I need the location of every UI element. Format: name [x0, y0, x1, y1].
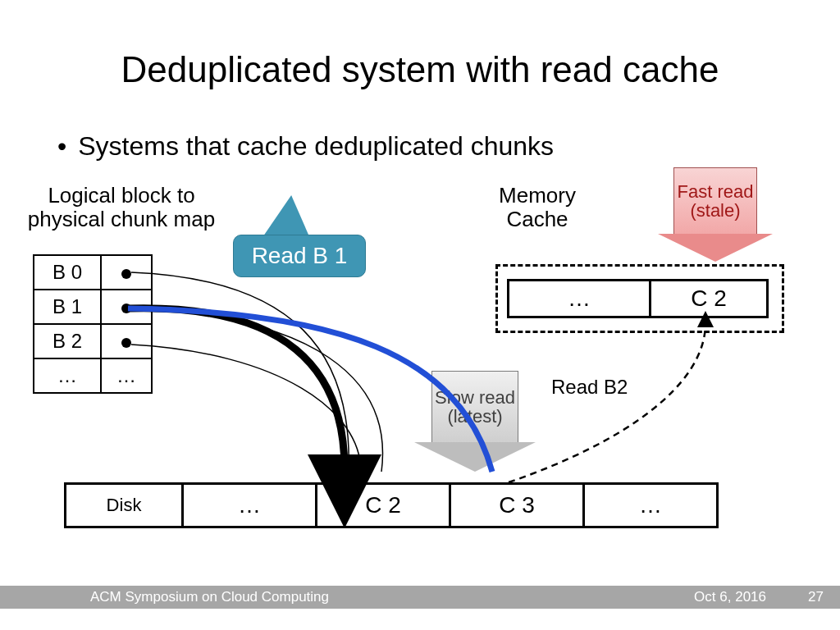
map-cell-more-b: …: [101, 358, 152, 393]
block-map-table: B 0 B 1 B 2 … …: [33, 254, 153, 394]
map-label: Logical block to physical chunk map: [23, 184, 220, 231]
dot-icon: [121, 338, 131, 348]
map-cell-b0: B 0: [34, 255, 101, 290]
map-cell-b1: B 1: [34, 290, 101, 324]
map-dot-0: [101, 255, 152, 290]
disk-cell-2: C 2: [315, 482, 449, 528]
footer-bar: ACM Symposium on Cloud Computing Oct 6, …: [0, 586, 840, 609]
disk-label: Disk: [64, 482, 181, 528]
slide-title: Deduplicated system with read cache: [0, 49, 840, 90]
callout-tail-icon: [263, 195, 324, 236]
cache-cell-1: …: [507, 279, 649, 318]
slow-read-label: Slow read (latest): [431, 371, 518, 442]
map-dot-2: [101, 324, 152, 358]
disk-cell-1: …: [181, 482, 315, 528]
arrow-head-icon: [414, 442, 536, 472]
footer-page: 27: [808, 589, 824, 605]
dot-icon: [121, 269, 131, 279]
memory-cache-label: Memory Cache: [488, 184, 587, 231]
disk-cell-3: C 3: [449, 482, 582, 528]
map-cell-more-a: …: [34, 358, 101, 393]
disk-row: Disk … C 2 C 3 …: [64, 482, 719, 528]
slow-read-arrow-icon: Slow read (latest): [413, 371, 536, 472]
cache-cells: … C 2: [507, 279, 769, 318]
fast-read-arrow-icon: Fast read (stale): [658, 167, 773, 262]
fast-read-label: Fast read (stale): [673, 167, 757, 234]
slide: Deduplicated system with read cache Syst…: [0, 0, 840, 630]
read-b2-label: Read B2: [551, 376, 628, 399]
map-cell-b2: B 2: [34, 324, 101, 358]
footer-date: Oct 6, 2016: [694, 589, 766, 605]
arrow-head-icon: [658, 234, 773, 262]
cache-cell-2: C 2: [649, 279, 769, 318]
footer-venue: ACM Symposium on Cloud Computing: [90, 589, 329, 605]
map-dot-1: [101, 290, 152, 324]
disk-cell-4: …: [582, 482, 719, 528]
read-b1-callout: Read B 1: [233, 235, 366, 277]
bullet-item: Systems that cache deduplicated chunks: [57, 131, 554, 162]
dot-icon: [121, 304, 131, 313]
